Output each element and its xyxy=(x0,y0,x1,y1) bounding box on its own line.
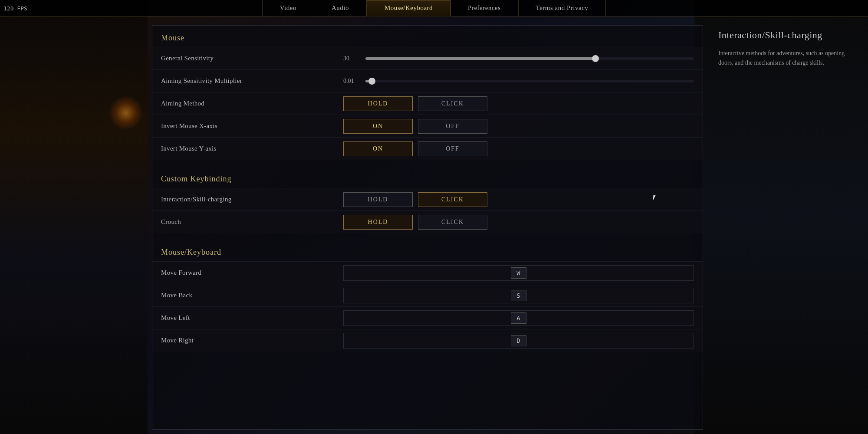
move-back-label: Move Back xyxy=(161,292,343,299)
invert-x-on-btn[interactable]: ON xyxy=(343,119,413,134)
aiming-sensitivity-thumb[interactable] xyxy=(368,78,375,85)
crouch-click-btn[interactable]: CLICK xyxy=(418,215,487,230)
spacer-1 xyxy=(152,160,703,167)
move-left-label: Move Left xyxy=(161,314,343,322)
aiming-sensitivity-label: Aiming Sensitivity Multiplier xyxy=(161,77,343,85)
top-navigation: 120 FPS Video Audio Mouse/Keyboard Prefe… xyxy=(0,0,868,16)
general-sensitivity-slider-container: 30 xyxy=(343,55,694,62)
crouch-value-area: HOLD CLICK xyxy=(343,215,694,230)
move-right-label: Move Right xyxy=(161,337,343,344)
invert-x-row: Invert Mouse X-axis ON OFF xyxy=(152,115,703,137)
move-forward-row: Move Forward W xyxy=(152,261,703,284)
background-left xyxy=(0,0,148,434)
interaction-skill-label: Interaction/Skill-charging xyxy=(161,196,343,203)
main-content: Mouse General Sensitivity 30 Aiming Sens… xyxy=(148,16,707,434)
move-right-key: D xyxy=(511,335,526,346)
info-panel: Interaction/Skill-charging Interactive m… xyxy=(707,16,868,434)
aiming-sensitivity-value-area: 0.01 xyxy=(343,78,694,85)
move-back-row: Move Back S xyxy=(152,284,703,306)
move-right-binding[interactable]: D xyxy=(343,333,694,349)
invert-y-label: Invert Mouse Y-axis xyxy=(161,145,343,152)
mouse-section-header: Mouse xyxy=(152,26,703,47)
invert-x-label: Invert Mouse X-axis xyxy=(161,122,343,130)
invert-y-row: Invert Mouse Y-axis ON OFF xyxy=(152,137,703,160)
move-forward-binding[interactable]: W xyxy=(343,265,694,281)
aiming-sensitivity-track[interactable] xyxy=(365,80,694,82)
move-forward-label: Move Forward xyxy=(161,269,343,276)
invert-x-value-area: ON OFF xyxy=(343,119,694,134)
nav-items: Video Audio Mouse/Keyboard Preferences T… xyxy=(262,0,606,16)
fps-counter: 120 FPS xyxy=(3,0,27,16)
move-right-row: Move Right D xyxy=(152,329,703,352)
move-left-key: A xyxy=(511,312,526,324)
aiming-sensitivity-value: 0.01 xyxy=(343,78,358,85)
interaction-skill-row: Interaction/Skill-charging HOLD CLICK xyxy=(152,188,703,210)
aiming-sensitivity-row: Aiming Sensitivity Multiplier 0.01 xyxy=(152,69,703,92)
general-sensitivity-value-area: 30 xyxy=(343,55,694,62)
aiming-method-value-area: HOLD CLICK xyxy=(343,96,694,111)
general-sensitivity-fill xyxy=(365,57,595,60)
move-left-value-area: A xyxy=(343,310,694,326)
general-sensitivity-thumb[interactable] xyxy=(592,55,599,62)
invert-y-off-btn[interactable]: OFF xyxy=(418,141,487,156)
general-sensitivity-label: General Sensitivity xyxy=(161,55,343,62)
crouch-label: Crouch xyxy=(161,218,343,226)
move-left-row: Move Left A xyxy=(152,306,703,329)
aiming-method-click-btn[interactable]: CLICK xyxy=(418,96,487,111)
keybinding-section-header: Custom Keybinding xyxy=(152,167,703,188)
move-left-binding[interactable]: A xyxy=(343,310,694,326)
nav-audio[interactable]: Audio xyxy=(314,0,367,16)
nav-mouse-keyboard[interactable]: Mouse/Keyboard xyxy=(367,0,450,16)
info-description: Interactive methods for adventures, such… xyxy=(718,49,857,68)
torch-glow xyxy=(108,95,143,130)
settings-panel[interactable]: Mouse General Sensitivity 30 Aiming Sens… xyxy=(152,25,703,430)
move-forward-value-area: W xyxy=(343,265,694,281)
aiming-method-row: Aiming Method HOLD CLICK xyxy=(152,92,703,115)
move-right-value-area: D xyxy=(343,333,694,349)
spacer-2 xyxy=(152,233,703,240)
general-sensitivity-row: General Sensitivity 30 xyxy=(152,47,703,69)
interaction-skill-click-btn[interactable]: CLICK xyxy=(418,192,487,207)
crouch-hold-btn[interactable]: HOLD xyxy=(343,215,413,230)
aiming-method-hold-btn[interactable]: HOLD xyxy=(343,96,413,111)
interaction-skill-value-area: HOLD CLICK xyxy=(343,192,694,207)
invert-y-on-btn[interactable]: ON xyxy=(343,141,413,156)
invert-x-off-btn[interactable]: OFF xyxy=(418,119,487,134)
keyboard-section-header: Mouse/Keyboard xyxy=(152,240,703,261)
interaction-skill-hold-btn[interactable]: HOLD xyxy=(343,192,413,207)
move-back-key: S xyxy=(511,290,526,301)
general-sensitivity-track[interactable] xyxy=(365,57,694,60)
nav-video[interactable]: Video xyxy=(262,0,314,16)
move-back-value-area: S xyxy=(343,288,694,303)
invert-y-value-area: ON OFF xyxy=(343,141,694,156)
nav-preferences[interactable]: Preferences xyxy=(450,0,518,16)
nav-terms-privacy[interactable]: Terms and Privacy xyxy=(519,0,606,16)
move-forward-key: W xyxy=(511,267,526,279)
aiming-sensitivity-slider-container: 0.01 xyxy=(343,78,694,85)
info-title: Interaction/Skill-charging xyxy=(718,30,857,41)
move-back-binding[interactable]: S xyxy=(343,288,694,303)
aiming-method-label: Aiming Method xyxy=(161,100,343,107)
crouch-row: Crouch HOLD CLICK xyxy=(152,210,703,233)
general-sensitivity-value: 30 xyxy=(343,55,358,62)
